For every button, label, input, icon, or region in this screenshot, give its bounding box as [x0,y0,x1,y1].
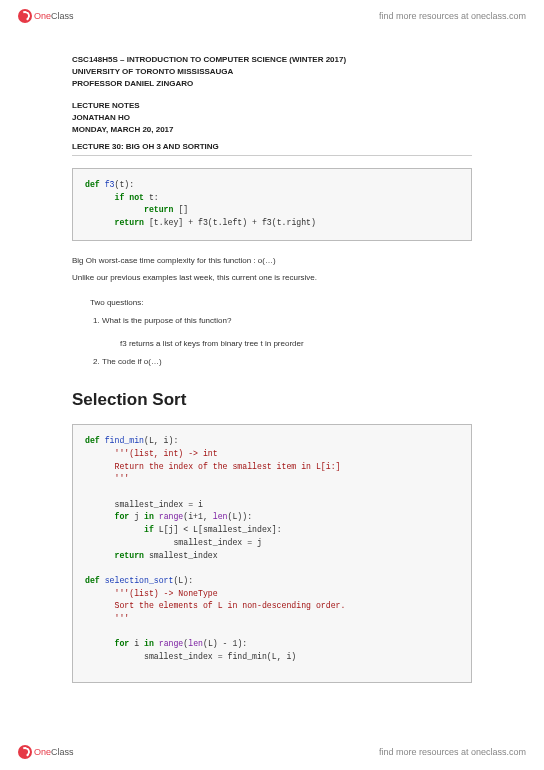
fn-name-f3: f3 [105,180,115,189]
logo-text-class: Class [51,11,74,21]
professor-name: PROFESSOR DANIEL ZINGARO [72,78,472,90]
code-text: L[j] < L[smallest_index]: [159,525,282,534]
logo-text-one: One [34,747,51,757]
kw-in: in [144,512,159,521]
code-block-selection-sort: def find_min(L, i): '''(list, int) -> in… [72,424,472,683]
document-page: CSC148H5S – INTRODUCTION TO COMPUTER SCI… [0,36,544,734]
docstring: '''(list, int) -> int [114,449,217,458]
paragraph-bigoh: Big Oh worst-case time complexity for th… [72,255,472,268]
more-resources-link-top[interactable]: find more resources at oneclass.com [379,11,526,21]
docstring: ''' [114,614,129,623]
docstring: '''(list) -> NoneType [114,589,217,598]
code-text: t: [149,193,159,202]
logo-text-footer: OneClass [34,747,74,757]
course-header-block: CSC148H5S – INTRODUCTION TO COMPUTER SCI… [72,54,472,90]
header-bar: OneClass find more resources at oneclass… [0,4,544,28]
code-text: (i+ [183,512,198,521]
code-text: smallest_index = i [114,500,202,509]
kw-def: def [85,180,105,189]
docstring: Sort the elements of L in non-descending… [114,601,345,610]
divider [72,155,472,156]
fn-name-selectionsort: selection_sort [105,576,174,585]
code-text: [t.key] + f3(t.left) + f3(t.right) [149,218,316,227]
kw-return: return [144,205,178,214]
code-text: (L): [173,576,193,585]
question-2: The code if o(…) [102,355,472,369]
builtin-range: range [159,639,184,648]
kw-for: for [114,512,134,521]
notes-date: MONDAY, MARCH 20, 2017 [72,124,472,136]
builtin-range: range [159,512,184,521]
kw-def: def [85,436,105,445]
code-text: smallest_index = find_min(L, i) [144,652,296,661]
code-text: (L, i): [144,436,178,445]
kw-if: if [114,193,129,202]
oneclass-swirl-icon [18,9,32,23]
code-text: ): [237,639,247,648]
notes-author: JONATHAN HO [72,112,472,124]
docstring: ''' [114,474,129,483]
code-text: , [203,512,213,521]
docstring: Return the index of the smallest item in… [114,462,340,471]
course-title: CSC148H5S – INTRODUCTION TO COMPUTER SCI… [72,54,472,66]
kw-return: return [114,218,148,227]
builtin-len: len [213,512,228,521]
logo-text: OneClass [34,11,74,21]
kw-return: return [114,551,148,560]
logo-footer: OneClass [18,745,74,759]
code-text: smallest_index = j [173,538,261,547]
code-text: (t): [114,180,134,189]
kw-in: in [144,639,159,648]
oneclass-swirl-icon [18,745,32,759]
notes-header-block: LECTURE NOTES JONATHAN HO MONDAY, MARCH … [72,100,472,136]
logo-text-class: Class [51,747,74,757]
answer-1: f3 returns a list of keys from binary tr… [72,338,472,351]
question-list: What is the purpose of this function? [102,314,472,328]
kw-not: not [129,193,149,202]
paragraph-recursive: Unlike our previous examples last week, … [72,272,472,285]
question-list-2: The code if o(…) [102,355,472,369]
code-text: i [134,639,144,648]
kw-def: def [85,576,105,585]
code-text: [] [178,205,188,214]
kw-for: for [114,639,134,648]
footer-bar: OneClass find more resources at oneclass… [0,740,544,764]
paragraph-two-questions: Two questions: [72,297,472,310]
code-text: (L) - [203,639,232,648]
logo: OneClass [18,9,74,23]
kw-if: if [144,525,159,534]
section-title-selection-sort: Selection Sort [72,390,472,410]
fn-name-findmin: find_min [105,436,144,445]
notes-heading: LECTURE NOTES [72,100,472,112]
question-1: What is the purpose of this function? [102,314,472,328]
more-resources-link-bottom[interactable]: find more resources at oneclass.com [379,747,526,757]
lecture-title: LECTURE 30: BIG OH 3 AND SORTING [72,142,472,151]
code-text: smallest_index [149,551,218,560]
code-text: (L)): [228,512,253,521]
university-name: UNIVERSITY OF TORONTO MISSISSAUGA [72,66,472,78]
builtin-len: len [188,639,203,648]
logo-text-one: One [34,11,51,21]
code-text: j [134,512,144,521]
code-block-f3: def f3(t): if not t: return [] return [t… [72,168,472,241]
